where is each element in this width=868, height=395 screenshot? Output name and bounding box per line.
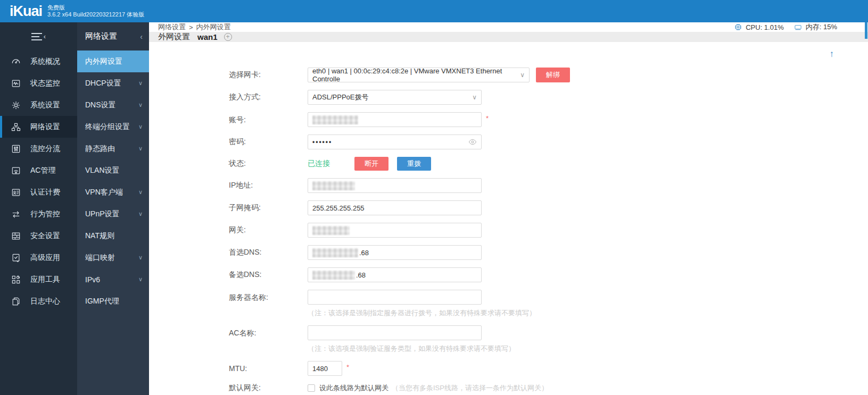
mtu-label: MTU: [229,361,308,373]
mtu-value: 1480 [312,365,328,373]
sidebar-item-flow-control[interactable]: 流控分流 [0,138,77,159]
default-gateway-checkbox[interactable] [308,384,315,392]
tab-wan1[interactable]: wan1 [197,32,218,41]
ac-name-input[interactable] [308,325,482,340]
status-row: 状态: 已连接 断开 重拨 [229,157,868,171]
wifi-icon [11,165,21,176]
submenu-item-vlan[interactable]: VLAN设置 [77,159,149,181]
status-label: 状态: [229,159,308,169]
dashboard-icon [11,56,21,67]
tools-grid-icon [11,274,21,285]
redacted-dns1-value [312,248,358,257]
system-indicators: CPU: 1.01% 内存: 15% [734,22,837,32]
sidebar-header: ‹ [0,22,77,51]
ip-input[interactable] [308,178,482,193]
sidebar-item-app-tools[interactable]: 应用工具 [0,268,77,290]
mtu-input[interactable]: 1480 [308,361,342,376]
main-sidebar: ‹ 系统概况 状态监控 系统设置 网络设置 流控分流 AC管理 [0,22,77,395]
connection-status-badge: 已连接 [308,159,354,169]
submenu-item-wan-lan[interactable]: 内外网设置 [77,51,149,72]
sidebar-item-behavior-control[interactable]: 行为管控 [0,203,77,225]
dns2-label: 备选DNS: [229,270,308,280]
sidebar-item-advanced-apps[interactable]: 高级应用 [0,247,77,268]
submenu-item-label: IPv6 [85,275,100,284]
sidebar-item-security-settings[interactable]: 安全设置 [0,225,77,247]
gateway-input[interactable] [308,223,482,238]
scroll-top-icon[interactable]: ↑ [830,49,834,60]
required-asterisk: * [346,361,349,371]
nic-label: 选择网卡: [229,70,308,80]
submenu-item-upnp[interactable]: UPnP设置∨ [77,203,149,225]
memory-icon [793,23,803,31]
chevron-down-icon: ∨ [138,80,143,87]
account-label: 账号: [229,112,308,125]
dns1-row: 首选DNS: .68 [229,245,868,260]
submenu-item-dns[interactable]: DNS设置∨ [77,94,149,116]
sidebar-item-label: 行为管控 [30,209,60,219]
add-wan-icon[interactable]: + [224,33,232,41]
monitor-icon [11,78,21,89]
chevron-down-icon: ∨ [517,71,525,79]
memory-indicator: 内存: 15% [793,22,837,32]
nic-row: 选择网卡: eth0 | wan1 | 00:0c:29:c4:c8:2e | … [229,68,868,82]
sidebar-item-status-monitor[interactable]: 状态监控 [0,72,77,94]
access-mode-value: ADSL/PPPoE拨号 [312,93,369,102]
edition-label: 免费版 [47,4,144,11]
password-input[interactable]: •••••• [308,135,482,149]
sidebar-item-label: 安全设置 [30,231,60,241]
sidebar-item-network-settings[interactable]: 网络设置 [0,116,77,138]
gateway-label: 网关: [229,225,308,235]
collapse-menu-icon[interactable]: ‹ [31,32,46,40]
submenu-item-igmp-proxy[interactable]: IGMP代理 [77,290,149,312]
chevron-left-icon: ‹ [44,32,46,40]
dns1-input[interactable]: .68 [308,245,482,260]
show-password-icon[interactable] [468,139,477,145]
breadcrumb-parent[interactable]: 网络设置 [158,22,186,32]
scrollbar-thumb[interactable] [865,22,867,39]
disconnect-button[interactable]: 断开 [354,157,388,171]
chevron-down-icon: ∨ [138,189,143,196]
submenu-item-label: 端口映射 [85,253,115,263]
hamburger-icon [31,33,42,40]
collapse-submenu-icon[interactable]: ‹ [140,32,143,41]
submenu-item-port-mapping[interactable]: 端口映射∨ [77,247,149,268]
cpu-indicator: CPU: 1.01% [734,23,784,31]
sidebar-item-label: 认证计费 [30,188,60,197]
sidebar-item-label: 流控分流 [30,144,60,154]
submenu-item-label: VLAN设置 [85,166,120,175]
redial-button[interactable]: 重拨 [397,157,431,171]
main-content: 网络设置 > 内外网设置 CPU: 1.01% 内存: 15% ↑ 外网设置 w… [149,22,868,395]
dns2-suffix: .68 [356,271,366,279]
sidebar-item-ac-management[interactable]: AC管理 [0,159,77,181]
mask-label: 子网掩码: [229,203,308,213]
mask-input[interactable]: 255.255.255.255 [308,200,482,215]
account-input[interactable] [308,112,482,127]
password-row: 密码: •••••• [229,135,868,149]
redacted-dns2-value [312,271,355,280]
unbind-button[interactable]: 解绑 [536,68,570,82]
sidebar-item-label: 高级应用 [30,253,60,263]
server-name-input[interactable] [308,290,482,305]
ip-row: IP地址: [229,178,868,193]
nic-select[interactable]: eth0 | wan1 | 00:0c:29:c4:c8:2e | VMware… [308,68,530,82]
submenu-item-ipv6[interactable]: IPv6∨ [77,268,149,290]
submenu-item-static-route[interactable]: 静态路由∨ [77,138,149,159]
breadcrumb-current: 内外网设置 [196,22,231,32]
sidebar-item-system-settings[interactable]: 系统设置 [0,94,77,116]
submenu-header: 网络设置 ‹ [77,22,149,51]
default-gateway-row: 默认网关: 设此条线路为默认网关 （当您有多条ISP线路，请选择一条作为默认网关… [229,383,868,393]
submenu-item-label: UPnP设置 [85,209,120,219]
submenu-item-nat-rules[interactable]: NAT规则 [77,225,149,247]
submenu-item-vpn-client[interactable]: VPN客户端∨ [77,181,149,203]
sidebar-item-system-overview[interactable]: 系统概况 [0,51,77,72]
submenu-item-dhcp[interactable]: DHCP设置∨ [77,72,149,94]
access-mode-row: 接入方式: ADSL/PPPoE拨号 ∨ [229,90,868,105]
dns2-input[interactable]: .68 [308,267,482,282]
sidebar-item-log-center[interactable]: 日志中心 [0,290,77,312]
swap-arrows-icon [11,209,21,220]
submenu-item-label: 终端分组设置 [85,122,130,132]
submenu-item-terminal-groups[interactable]: 终端分组设置∨ [77,116,149,138]
access-mode-select[interactable]: ADSL/PPPoE拨号 ∨ [308,90,482,105]
sidebar-item-auth-billing[interactable]: 认证计费 [0,181,77,203]
access-mode-label: 接入方式: [229,93,308,102]
